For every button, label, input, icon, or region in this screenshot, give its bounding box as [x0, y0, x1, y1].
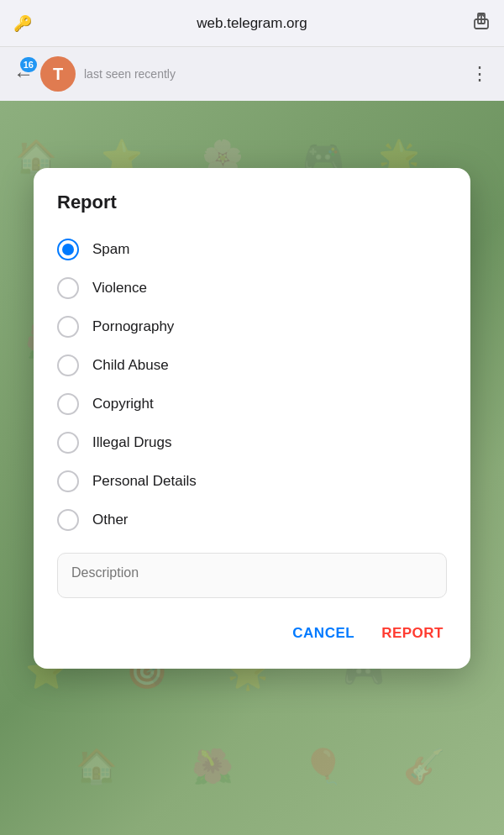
tg-header: ← 16 T last seen recently ⋮	[0, 47, 504, 101]
chat-background: 🏠 ⭐ 🌸 🎮 🌟 🎵 🎭 🎪 🎈 🌺 🎯 🎲 🎸 🌻 🎡 ⚡ 🎪 🎭 🌸 🏅 …	[0, 101, 504, 835]
cancel-button[interactable]: CANCEL	[289, 618, 358, 649]
option-label-6: Personal Details	[92, 473, 197, 490]
option-label-2: Pornography	[92, 318, 174, 335]
radio-outer-0	[57, 239, 79, 260]
description-input[interactable]	[57, 553, 447, 598]
option-label-0: Spam	[92, 241, 129, 258]
option-item-personal-details[interactable]: Personal Details	[57, 462, 447, 501]
share-icon[interactable]	[472, 12, 491, 34]
report-dialog: Report SpamViolencePornographyChild Abus…	[34, 168, 470, 669]
browser-url[interactable]: web.telegram.org	[42, 15, 462, 32]
user-status: last seen recently	[84, 67, 470, 81]
browser-bar: 🔑 web.telegram.org	[0, 0, 504, 47]
option-item-child-abuse[interactable]: Child Abuse	[57, 346, 447, 385]
radio-outer-4	[57, 393, 79, 415]
user-info: last seen recently	[84, 67, 470, 81]
option-item-spam[interactable]: Spam	[57, 230, 447, 269]
radio-outer-2	[57, 316, 79, 338]
lock-icon: 🔑	[13, 14, 32, 33]
option-item-pornography[interactable]: Pornography	[57, 307, 447, 346]
modal-overlay: Report SpamViolencePornographyChild Abus…	[0, 101, 504, 835]
radio-outer-7	[57, 509, 79, 531]
avatar[interactable]: T	[40, 56, 76, 92]
more-options-button[interactable]: ⋮	[470, 63, 491, 85]
radio-outer-1	[57, 277, 79, 299]
report-options-list: SpamViolencePornographyChild AbuseCopyri…	[57, 230, 447, 539]
radio-outer-5	[57, 432, 79, 454]
option-item-violence[interactable]: Violence	[57, 269, 447, 307]
option-label-3: Child Abuse	[92, 357, 169, 374]
back-button[interactable]: ← 16	[13, 62, 34, 86]
option-label-4: Copyright	[92, 396, 154, 412]
radio-inner-0	[62, 244, 74, 255]
radio-outer-3	[57, 354, 79, 376]
report-button[interactable]: REPORT	[378, 618, 447, 649]
option-item-illegal-drugs[interactable]: Illegal Drugs	[57, 423, 447, 462]
option-label-5: Illegal Drugs	[92, 434, 172, 451]
dialog-title: Report	[57, 192, 447, 213]
option-item-copyright[interactable]: Copyright	[57, 385, 447, 423]
notification-badge: 16	[20, 57, 37, 72]
radio-outer-6	[57, 470, 79, 492]
option-item-other[interactable]: Other	[57, 501, 447, 539]
option-label-7: Other	[92, 512, 129, 528]
option-label-1: Violence	[92, 280, 147, 297]
dialog-actions: CANCEL REPORT	[57, 618, 447, 649]
